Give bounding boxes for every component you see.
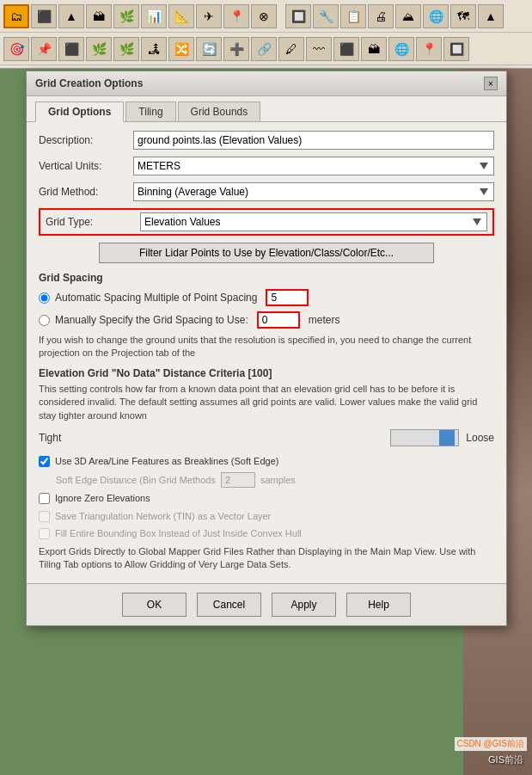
toolbar-btn-9[interactable]: 📍: [223, 4, 249, 28]
toolbar-row-2: 🎯 📌 ⬛ 🌿 🌿 🏞 🔀 🔄 ➕ 🔗 🖊 〰 ⬛ 🏔 🌐 📍 🔲: [0, 33, 532, 65]
grid-method-row: Grid Method: Binning (Average Value): [39, 182, 494, 201]
manual-spacing-units: meters: [309, 314, 340, 326]
toolbar-btn-12[interactable]: 🔲: [285, 4, 311, 28]
toolbar-btn-r2-8[interactable]: 🔄: [196, 37, 222, 61]
tight-loose-slider-row: Tight Loose: [39, 429, 494, 446]
toolbar-btn-r2-14[interactable]: 🏔: [361, 37, 387, 61]
soft-edge-label: Soft Edge Distance (Bin Grid Methods: [56, 475, 216, 485]
description-row: Description:: [39, 131, 494, 150]
toolbar-btn-14[interactable]: 📋: [340, 4, 366, 28]
description-input[interactable]: [133, 131, 494, 150]
dialog-footer: OK Cancel Apply Help: [27, 583, 506, 625]
toolbar-btn-r2-11[interactable]: 🖊: [278, 37, 304, 61]
fill-bbox-row: Fill Entire Bounding Box Instead of Just…: [39, 527, 494, 540]
tin-row: Save Triangulation Network (TIN) as a Ve…: [39, 510, 494, 523]
elevation-criteria-text: This setting controls how far from a kno…: [39, 383, 494, 422]
toolbar-btn-15[interactable]: 🖨: [368, 4, 394, 28]
toolbar-btn-r2-5[interactable]: 🌿: [113, 37, 139, 61]
toolbar-btn-4[interactable]: 🏔: [86, 4, 112, 28]
toolbar-btn-2[interactable]: ⬛: [31, 4, 57, 28]
auto-spacing-row: Automatic Spacing Multiple of Point Spac…: [39, 289, 494, 306]
breaklines-label: Use 3D Area/Line Features as Breaklines …: [55, 455, 278, 468]
fill-bbox-checkbox[interactable]: [39, 528, 50, 539]
grid-method-select[interactable]: Binning (Average Value): [133, 182, 494, 201]
ignore-zero-checkbox[interactable]: [39, 493, 50, 504]
help-button[interactable]: Help: [346, 593, 411, 617]
toolbar-btn-16[interactable]: ⛰: [395, 4, 421, 28]
vertical-units-row: Vertical Units: METERS: [39, 157, 494, 175]
auto-spacing-label: Automatic Spacing Multiple of Point Spac…: [55, 292, 257, 304]
toolbar-btn-r2-10[interactable]: 🔗: [251, 37, 277, 61]
toolbar-btn-3[interactable]: ▲: [58, 4, 84, 28]
soft-edge-row: Soft Edge Distance (Bin Grid Methods sam…: [39, 472, 494, 488]
manual-spacing-radio[interactable]: [39, 315, 50, 326]
auto-spacing-input[interactable]: [266, 289, 309, 306]
description-label: Description:: [39, 134, 133, 146]
slider-thumb[interactable]: [439, 430, 455, 446]
elevation-criteria-header: Elevation Grid "No Data" Distance Criter…: [39, 367, 494, 379]
manual-spacing-input[interactable]: [257, 311, 300, 329]
toolbar-row-1: 🗂 ⬛ ▲ 🏔 🌿 📊 📐 ✈ 📍 ⊗ 🔲 🔧 📋 🖨 ⛰ 🌐 🗺 ▲: [0, 0, 532, 33]
toolbar-btn-r2-3[interactable]: ⬛: [58, 37, 84, 61]
tight-label: Tight: [39, 432, 82, 444]
toolbar-btn-19[interactable]: ▲: [478, 4, 504, 28]
toolbar-btn-r2-4[interactable]: 🌿: [86, 37, 112, 61]
toolbar: 🗂 ⬛ ▲ 🏔 🌿 📊 📐 ✈ 📍 ⊗ 🔲 🔧 📋 🖨 ⛰ 🌐 🗺 ▲ 🎯 📌 …: [0, 0, 532, 69]
tab-content-grid-options: Description: Vertical Units: METERS Grid…: [27, 121, 506, 583]
toolbar-btn-10[interactable]: ⊗: [251, 4, 277, 28]
tin-checkbox[interactable]: [39, 511, 50, 522]
tab-tiling[interactable]: Tiling: [125, 101, 175, 121]
filter-lidar-button[interactable]: Filter Lidar Points to Use by Elevation/…: [99, 243, 434, 263]
toolbar-btn-r2-6[interactable]: 🏞: [141, 37, 167, 61]
slider-track[interactable]: [390, 429, 459, 446]
toolbar-btn-8[interactable]: ✈: [196, 4, 222, 28]
toolbar-btn-r2-13[interactable]: ⬛: [333, 37, 359, 61]
toolbar-btn-active[interactable]: 🗂: [3, 4, 29, 28]
tab-grid-bounds[interactable]: Grid Bounds: [178, 101, 261, 121]
toolbar-btn-18[interactable]: 🗺: [450, 4, 476, 28]
fill-bbox-label: Fill Entire Bounding Box Instead of Just…: [55, 527, 302, 540]
toolbar-btn-r2-9[interactable]: ➕: [223, 37, 249, 61]
apply-button[interactable]: Apply: [272, 593, 336, 617]
auto-spacing-radio[interactable]: [39, 292, 50, 304]
ignore-zero-row: Ignore Zero Elevations: [39, 492, 494, 505]
grid-type-select[interactable]: Elevation Values: [140, 212, 487, 231]
vertical-units-select[interactable]: METERS: [133, 157, 494, 175]
toolbar-btn-17[interactable]: 🌐: [423, 4, 449, 28]
soft-edge-units: samples: [260, 475, 296, 485]
toolbar-btn-r2-2[interactable]: 📌: [31, 37, 57, 61]
toolbar-btn-r2-7[interactable]: 🔀: [168, 37, 194, 61]
toolbar-btn-r2-1[interactable]: 🎯: [3, 37, 29, 61]
dialog-title: Grid Creation Options: [35, 77, 143, 89]
dialog-close-button[interactable]: ×: [484, 77, 498, 90]
dialog-grid-creation: Grid Creation Options × Grid Options Til…: [26, 71, 507, 626]
tin-label: Save Triangulation Network (TIN) as a Ve…: [55, 510, 271, 523]
cancel-button[interactable]: Cancel: [197, 593, 261, 617]
vertical-units-label: Vertical Units:: [39, 160, 133, 172]
grid-type-row: Grid Type: Elevation Values: [39, 208, 494, 236]
grid-method-label: Grid Method:: [39, 186, 133, 198]
dialog-titlebar: Grid Creation Options ×: [27, 71, 506, 96]
loose-label: Loose: [466, 432, 494, 444]
watermark-line1: GIS前沿: [488, 753, 523, 766]
csdn-badge: CSDN @GIS前沿: [455, 737, 528, 751]
slider-container: Loose: [90, 429, 494, 446]
bottom-text-content: Export Grids Directly to Global Mapper G…: [39, 545, 494, 572]
toolbar-btn-r2-16[interactable]: 📍: [416, 37, 442, 61]
toolbar-btn-5[interactable]: 🌿: [113, 4, 139, 28]
toolbar-btn-13[interactable]: 🔧: [313, 4, 339, 28]
toolbar-btn-r2-15[interactable]: 🌐: [388, 37, 414, 61]
bottom-text: Export Grids Directly to Global Mapper G…: [39, 545, 494, 572]
toolbar-btn-r2-12[interactable]: 〰: [306, 37, 332, 61]
grid-spacing-info: If you wish to change the ground units t…: [39, 334, 494, 360]
grid-spacing-header: Grid Spacing: [39, 272, 494, 284]
manual-spacing-label: Manually Specify the Grid Spacing to Use…: [55, 314, 248, 326]
toolbar-btn-7[interactable]: 📐: [168, 4, 194, 28]
toolbar-btn-11[interactable]: [278, 4, 284, 28]
toolbar-btn-6[interactable]: 📊: [141, 4, 167, 28]
ok-button[interactable]: OK: [122, 593, 187, 617]
toolbar-btn-r2-17[interactable]: 🔲: [443, 37, 469, 61]
tab-grid-options[interactable]: Grid Options: [35, 101, 124, 122]
breaklines-checkbox[interactable]: [39, 456, 50, 467]
soft-edge-input: [221, 472, 255, 488]
